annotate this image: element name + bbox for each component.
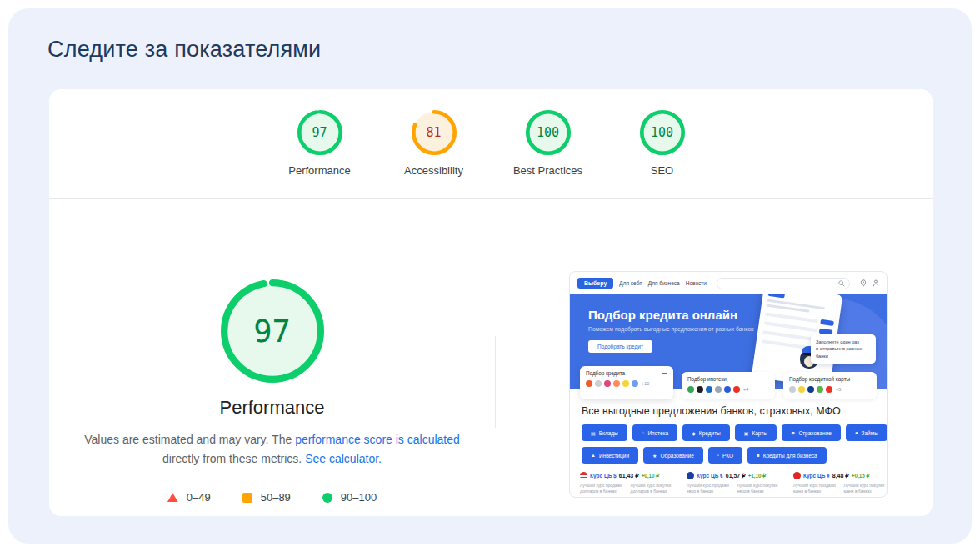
see-calculator-link[interactable]: See calculator. xyxy=(305,452,382,465)
accessibility-gauge: 81 xyxy=(411,109,458,156)
product-tabs-row: Подбор кредита +10 Подбор ипотеки +4 Под… xyxy=(570,366,887,399)
currency-change: +0,15 ₽ xyxy=(852,473,870,479)
description-text: Values are estimated and may vary. The xyxy=(84,433,295,446)
scores-summary: 97 Performance 81 Accessibility 100 Best… xyxy=(49,89,932,199)
score-item-best-practices[interactable]: 100 Best Practices xyxy=(517,109,580,177)
currency-label: Курс ЦБ € xyxy=(697,473,723,479)
bubble-text: Заполните один раз xyxy=(816,339,871,345)
bank-logo-dot xyxy=(715,386,722,393)
search-input xyxy=(717,278,850,289)
currency-caption: Лучший курс покупки долларов в банках xyxy=(631,483,674,494)
bank-logo-dot xyxy=(632,380,638,387)
chart-icon: ▲ xyxy=(591,453,596,458)
score-label: Performance xyxy=(288,164,350,177)
tab-credit: Подбор кредита +10 xyxy=(580,366,673,399)
currency-rates-row: Курс ЦБ $ 61,43 ₽ +0,10 ₽ Лучший курс пр… xyxy=(570,469,887,494)
vertical-divider xyxy=(495,336,496,428)
bank-logo-dot xyxy=(622,380,629,387)
currency-value: 61,43 ₽ xyxy=(619,473,639,479)
triangle-icon xyxy=(168,493,178,502)
currency-usd: Курс ЦБ $ 61,43 ₽ +0,10 ₽ Лучший курс пр… xyxy=(580,472,673,494)
performance-detail-right: Выберу Для себя Для бизнеса Новости xyxy=(495,199,932,515)
currency-eur: Курс ЦБ € 61,57 ₽ +1,10 ₽ Лучший курс пр… xyxy=(687,472,780,494)
offers-section: Все выгодные предложения банков, страхов… xyxy=(570,399,887,464)
seo-gauge: 100 xyxy=(639,109,686,156)
tab-mortgage: Подбор ипотеки +4 xyxy=(682,372,775,399)
more-banks-count: +10 xyxy=(642,381,649,386)
cn-flag-icon xyxy=(793,472,801,479)
currency-label: Курс ЦБ $ xyxy=(590,473,617,479)
home-icon: ⌂ xyxy=(642,430,645,435)
mockup-chip xyxy=(768,294,785,298)
metrics-section-card: Следите за показателями 97 Performance 8… xyxy=(8,8,972,544)
offer-button-rko: ▫РКО xyxy=(708,447,742,464)
offer-button-credits: ◆Кредиты xyxy=(682,424,730,441)
offer-button-investments: ▲Инвестиции xyxy=(582,447,638,464)
bank-logo-dot xyxy=(697,386,703,393)
bank-logo-dot xyxy=(798,386,805,393)
bank-logo-dot xyxy=(706,386,712,393)
best-practices-gauge: 100 xyxy=(525,109,572,156)
score-label: SEO xyxy=(651,164,673,177)
speech-bubble: Заполните один раз и отправьте в разные … xyxy=(811,334,876,364)
offer-button-education: ★Образование xyxy=(643,447,703,464)
legend-range: 50–89 xyxy=(261,491,291,504)
currency-value: 8,48 ₽ xyxy=(832,473,849,479)
location-icon xyxy=(860,279,867,287)
bank-logo-dot xyxy=(817,386,823,393)
site-logo: Выберу xyxy=(578,278,613,289)
loan-icon: ● xyxy=(855,430,858,435)
hero-copy: Подбор кредита онлайн Поможем подобрать … xyxy=(588,308,754,353)
currency-caption: Лучший курс продажи евро в банках xyxy=(687,483,730,494)
lighthouse-report-panel: 97 Performance 81 Accessibility 100 Best… xyxy=(49,89,932,516)
score-item-performance[interactable]: 97 Performance xyxy=(288,109,352,177)
user-icon xyxy=(872,279,879,287)
offer-button-insurance: ☂Страхование xyxy=(782,424,841,441)
currency-caption: Лучший курс покупки юаня в банках xyxy=(844,483,888,494)
page-title: Следите за показателями xyxy=(48,37,321,63)
currency-label: Курс ЦБ ¥ xyxy=(803,473,830,479)
score-item-seo[interactable]: 100 SEO xyxy=(631,109,694,177)
offer-button-business-credits: ■Кредиты для бизнеса xyxy=(748,447,827,464)
hero-title: Подбор кредита онлайн xyxy=(588,308,754,322)
search-icon xyxy=(838,280,845,287)
bank-logo-dot xyxy=(604,380,611,387)
currency-caption: Лучший курс покупки евро в банках xyxy=(738,483,781,494)
bank-logo-dot xyxy=(826,386,832,393)
bubble-text: и отправьте в разные банки xyxy=(816,345,871,359)
bank-logo-dot xyxy=(808,386,814,393)
currency-caption: Лучший курс продажи долларов в банках xyxy=(580,483,623,494)
offer-button-mortgage: ⌂Ипотека xyxy=(632,424,678,441)
seo-score: 100 xyxy=(639,109,686,156)
currency-cny: Курс ЦБ ¥ 8,48 ₽ +0,15 ₽ Лучший курс про… xyxy=(793,472,887,494)
minus-icon xyxy=(662,373,668,374)
credit-icon: ◆ xyxy=(692,430,696,436)
bank-logos xyxy=(688,386,740,393)
legend-item-pass: 90–100 xyxy=(322,491,377,504)
legend-item-fail: 0–49 xyxy=(168,491,211,504)
performance-description: Values are estimated and may vary. The p… xyxy=(73,430,472,469)
tab-title: Подбор кредитной карты xyxy=(789,376,850,382)
score-legend: 0–49 50–89 90–100 xyxy=(168,491,377,504)
briefcase-icon: ■ xyxy=(757,453,760,458)
bank-logo-dot xyxy=(613,380,620,387)
education-icon: ★ xyxy=(652,453,657,459)
score-item-accessibility[interactable]: 81 Accessibility xyxy=(402,109,466,177)
offer-button-deposits: ▤Вклады xyxy=(582,424,628,441)
document-icon: ▫ xyxy=(718,453,719,458)
site-screenshot-thumbnail: Выберу Для себя Для бизнеса Новости xyxy=(569,271,888,498)
umbrella-icon: ☂ xyxy=(791,430,795,436)
nav-link: Новости xyxy=(686,280,707,286)
legend-range: 90–100 xyxy=(341,491,377,504)
performance-big-gauge: 97 xyxy=(221,279,324,383)
bank-logos xyxy=(586,380,638,387)
tab-title: Подбор кредита xyxy=(586,370,625,376)
performance-big-score: 97 xyxy=(221,279,324,383)
more-banks-count: +5 xyxy=(836,387,841,392)
eu-flag-icon xyxy=(687,472,694,479)
currency-change: +0,10 ₽ xyxy=(642,473,660,479)
performance-score-link[interactable]: performance score is calculated xyxy=(295,433,460,446)
legend-range: 0–49 xyxy=(187,491,211,504)
currency-change: +1,10 ₽ xyxy=(748,473,767,479)
currency-caption: Лучший курс продажи юаня в банках xyxy=(793,483,837,494)
